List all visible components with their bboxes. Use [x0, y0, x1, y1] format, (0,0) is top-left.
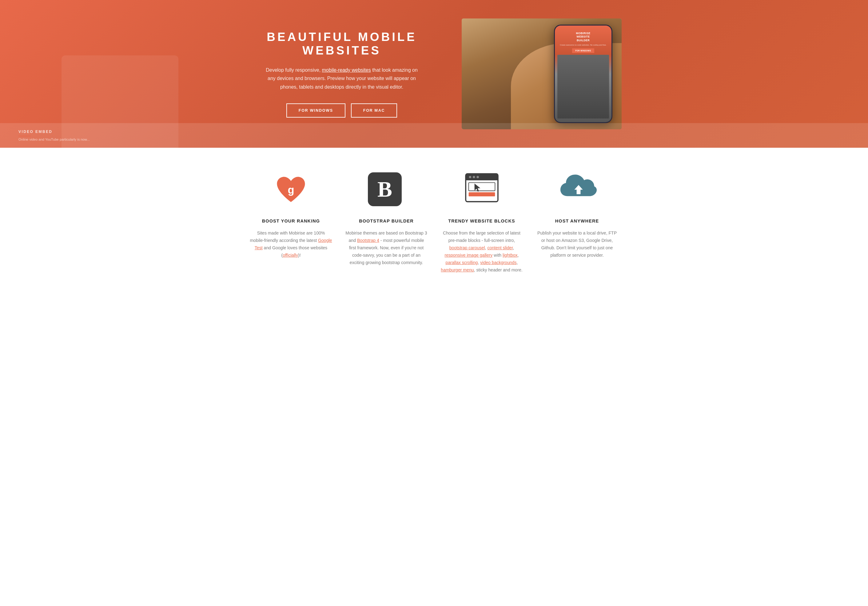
feature-bootstrap: B BOOTSTRAP BUILDER Mobirise themes are …: [345, 172, 428, 274]
phone-cta: FOR WINDOWS: [572, 48, 594, 53]
hamburger-link[interactable]: hamburger menu: [441, 267, 474, 272]
features-grid: g BOOST YOUR RANKING Sites made with Mob…: [250, 172, 618, 274]
responsive-gallery-link[interactable]: responsive image gallery: [445, 253, 493, 258]
svg-marker-7: [474, 183, 480, 192]
heart-shape: g: [274, 176, 308, 206]
phone-screen-image: [557, 55, 609, 118]
hero-phone-container: MOBIRISEWEBSITEBUILDER Create awesome no…: [462, 19, 622, 129]
phone-screen: MOBIRISEWEBSITEBUILDER Create awesome no…: [555, 26, 611, 122]
video-embed-bar: VIDEO EMBED Online video and YouTube par…: [0, 123, 868, 148]
hero-text-block: BEAUTIFUL MOBILE WEBSITES Develop fully …: [246, 30, 443, 118]
feature-trendy-desc: Choose from the large selection of lates…: [440, 230, 523, 274]
mobile-ready-link[interactable]: mobile-ready websites: [322, 67, 371, 73]
svg-rect-9: [468, 182, 495, 191]
feature-bootstrap-title: BOOTSTRAP BUILDER: [359, 219, 414, 224]
hero-description: Develop fully responsive, mobile-ready w…: [262, 66, 422, 91]
browser-blocks-icon: [463, 172, 500, 209]
google-heart-icon: g: [273, 172, 309, 209]
phone-screen-title: MOBIRISEWEBSITEBUILDER: [576, 32, 590, 42]
google-test-link[interactable]: Google Test: [255, 238, 332, 250]
feature-host-title: HOST ANYWHERE: [555, 219, 599, 224]
svg-text:g: g: [288, 184, 294, 196]
bootstrap-carousel-link[interactable]: bootstrap carousel: [450, 245, 485, 250]
video-embed-content: VIDEO EMBED Online video and YouTube par…: [19, 130, 90, 141]
video-embed-label: VIDEO EMBED: [19, 130, 90, 134]
svg-point-4: [469, 176, 471, 178]
phone-screen-sub: Create awesome no-code websites. No codi…: [559, 44, 608, 46]
video-bg-link[interactable]: video backgrounds: [480, 260, 516, 265]
content-slider-link[interactable]: content slider: [487, 245, 513, 250]
hero-image-block: MOBIRISEWEBSITEBUILDER Create awesome no…: [462, 19, 622, 129]
parallax-link[interactable]: parallax scrolling: [446, 260, 478, 265]
bootstrap4-link[interactable]: Bootstrap 4: [357, 238, 379, 243]
bootstrap-b-letter: B: [377, 178, 392, 200]
lightbox-link[interactable]: lightbox: [502, 253, 518, 258]
cloud-upload-icon: [559, 172, 595, 209]
feature-host-desc: Publish your website to a local drive, F…: [535, 230, 618, 259]
svg-point-6: [476, 176, 479, 178]
feature-boost-ranking: g BOOST YOUR RANKING Sites made with Mob…: [250, 172, 333, 274]
video-embed-line: [19, 136, 31, 136]
hero-title: BEAUTIFUL MOBILE WEBSITES: [246, 30, 437, 57]
hero-buttons: FOR WINDOWS FOR MAC: [246, 103, 437, 118]
feature-boost-title: BOOST YOUR RANKING: [262, 219, 320, 224]
hero-section: BEAUTIFUL MOBILE WEBSITES Develop fully …: [0, 0, 868, 148]
bootstrap-icon: B: [368, 172, 405, 209]
video-embed-desc: Online video and YouTube particularly is…: [19, 138, 90, 141]
phone-mockup: MOBIRISEWEBSITEBUILDER Create awesome no…: [554, 25, 612, 123]
feature-host-anywhere: HOST ANYWHERE Publish your website to a …: [535, 172, 618, 274]
bootstrap-b-icon: B: [368, 172, 402, 206]
officially-link[interactable]: officially: [283, 253, 298, 258]
feature-boost-desc: Sites made with Mobirise are 100% mobile…: [250, 230, 333, 259]
windows-button[interactable]: FOR WINDOWS: [286, 103, 346, 118]
svg-point-5: [473, 176, 475, 178]
svg-rect-8: [468, 193, 495, 196]
feature-bootstrap-desc: Mobirise themes are based on Bootstrap 3…: [345, 230, 428, 267]
mac-button[interactable]: FOR MAC: [351, 103, 397, 118]
features-section: g BOOST YOUR RANKING Sites made with Mob…: [0, 148, 868, 292]
feature-trendy-blocks: TRENDY WEBSITE BLOCKS Choose from the la…: [440, 172, 523, 274]
feature-trendy-title: TRENDY WEBSITE BLOCKS: [448, 219, 515, 224]
